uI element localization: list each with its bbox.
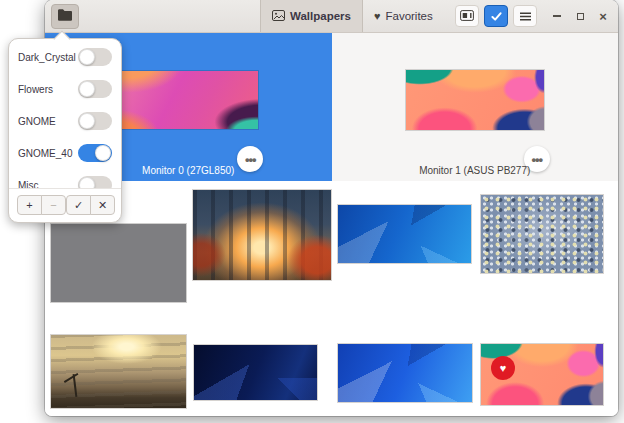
monitor-1-cell[interactable]: ••• Monitor 1 (ASUS PB277) [332,33,619,181]
display-icon [460,7,474,25]
folder-icon [58,7,72,25]
collection-label: GNOME_40 [18,148,72,159]
collection-row: Flowers [18,73,112,105]
add-collection-button[interactable]: + [17,195,42,215]
screenshot-stage: Wallpapers ♥ Favorites [0,0,624,423]
wallpaper-thumbnail-autumn-forest[interactable] [192,189,332,281]
minimize-button[interactable] [551,10,563,22]
collection-label: Flowers [18,84,53,95]
favorite-badge: ♥ [491,356,515,380]
collection-label: GNOME [18,116,56,127]
menu-button[interactable] [513,5,537,27]
maximize-button[interactable] [574,10,586,22]
displays-button[interactable] [455,5,479,27]
collection-toggle[interactable] [78,48,112,66]
monitor-0-wallpaper-preview [118,71,258,129]
heart-icon: ♥ [374,11,381,22]
tab-wallpapers[interactable]: Wallpapers [260,0,363,32]
cancel-button[interactable]: ✕ [90,195,115,215]
collection-row: GNOME_40 [18,137,112,169]
maximize-icon [577,13,584,20]
confirm-cancel-group: ✓ ✕ [66,195,115,215]
monitor-1-label: Monitor 1 (ASUS PB277) [332,165,619,176]
image-icon [272,10,285,23]
collection-row: Misc [18,169,112,188]
collections-popover: Dark_Crystal Flowers GNOME GNOME_40 Misc [8,38,122,223]
collection-row: GNOME [18,105,112,137]
tab-wallpapers-label: Wallpapers [290,10,351,22]
collection-toggle[interactable] [78,144,112,162]
menu-icon [520,7,531,25]
wallpaper-grid: ♥ [45,181,618,416]
wallpaper-thumbnail-golden-sunset[interactable] [50,334,187,409]
heart-icon: ♥ [500,363,507,374]
window-controls: × [551,10,609,22]
tab-favorites[interactable]: ♥ Favorites [363,0,444,32]
wallpaper-thumbnail-blue-geometric[interactable] [337,204,472,264]
collection-label: Misc [18,180,39,189]
headerbar: Wallpapers ♥ Favorites [45,0,618,33]
view-switcher: Wallpapers ♥ Favorites [260,0,444,32]
remove-collection-button[interactable]: − [41,195,66,215]
collection-toggle[interactable] [78,176,112,188]
wallpaper-thumbnail-royal-blue-geometric[interactable] [337,343,473,403]
wallpaper-thumbnail-snowy-forest-aerial[interactable] [480,194,604,274]
tab-favorites-label: Favorites [385,10,432,22]
minimize-icon [553,15,561,17]
monitors-row: ••• Monitor 0 (27GL850) ••• Monitor 1 (A… [45,33,618,181]
close-icon: × [599,10,607,23]
wallpaper-thumbnail-dark-navy-geometric[interactable] [193,344,318,401]
add-remove-group: + − [17,195,66,215]
collections-actions: + − ✓ ✕ [9,188,121,222]
collections-list: Dark_Crystal Flowers GNOME GNOME_40 Misc [9,39,121,188]
headerbar-actions: × [455,5,618,27]
check-icon [491,7,502,25]
collection-label: Dark_Crystal [18,52,76,63]
wallpaper-thumbnail-gnome-colorful[interactable]: ♥ [480,343,604,406]
collection-toggle[interactable] [78,80,112,98]
wallpaper-thumbnail-gray-placeholder[interactable] [50,223,187,303]
monitor-1-wallpaper-preview [406,70,544,130]
confirm-button[interactable]: ✓ [66,195,91,215]
collection-row: Dark_Crystal [18,41,112,73]
apply-button[interactable] [484,5,508,27]
collection-toggle[interactable] [78,112,112,130]
app-window: Wallpapers ♥ Favorites [45,0,618,416]
collections-folder-button[interactable] [51,4,79,29]
close-button[interactable]: × [597,10,609,22]
